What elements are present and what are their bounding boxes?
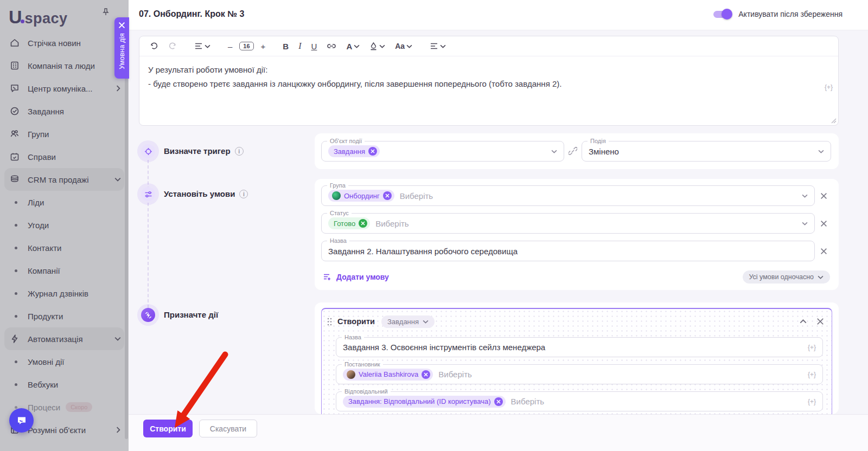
condition-row-name: Назва Завдання 2. Налаштування робочого …	[321, 241, 832, 261]
cancel-button[interactable]: Скасувати	[199, 420, 257, 437]
resize-handle[interactable]	[831, 118, 837, 124]
field-label: Назва	[327, 237, 349, 244]
remove-condition-button[interactable]	[815, 220, 832, 227]
tab-label: Умовна дія	[118, 33, 126, 69]
group-chip[interactable]: Онбординг	[328, 190, 394, 202]
event-object-chip[interactable]: Завдання	[328, 145, 380, 157]
line-height-icon[interactable]	[192, 41, 213, 51]
event-object-select[interactable]: Об'єкт події Завдання	[321, 141, 564, 162]
info-icon[interactable]: i	[235, 147, 244, 156]
main-panel: 07. Онбординг. Крок № 3 Активувати після…	[129, 0, 868, 451]
editor-line: - буде створено третє завдання із ланцюж…	[148, 77, 816, 91]
actions-card: Створити Завдання Назва Завдання 3. Осво…	[315, 302, 839, 414]
responsible-chip[interactable]: Завдання: Відповідальний (ID користувача…	[343, 396, 506, 408]
insert-variable-button[interactable]: {+}	[808, 371, 816, 378]
insert-variable-button[interactable]: {+}	[808, 398, 816, 405]
action-entity-select[interactable]: Завдання	[381, 315, 435, 328]
chip-remove-icon[interactable]	[383, 191, 392, 200]
field-label: Об'єкт події	[327, 138, 365, 145]
description-editor: – 16 + B I U A Aa У результаті роботи ум…	[139, 36, 839, 126]
dropdown-arrow-icon	[802, 194, 808, 198]
field-label: Постановник	[342, 361, 383, 368]
conditions-step-title: Установіть умовиi	[164, 189, 248, 198]
field-label: Статус	[327, 210, 352, 217]
field-placeholder: Виберіть	[400, 191, 433, 201]
author-select[interactable]: Постановник Valeriia Bashkirova Виберіть…	[336, 364, 823, 384]
status-chip[interactable]: Готово	[328, 217, 370, 229]
activate-toggle-label: Активувати після збереження	[738, 10, 843, 18]
chip-remove-icon[interactable]	[494, 397, 503, 406]
event-select[interactable]: Подія Змінено	[582, 141, 831, 162]
field-label: Назва	[342, 334, 364, 341]
chat-widget-button[interactable]	[9, 408, 34, 433]
bold-button[interactable]: B	[280, 40, 291, 53]
actions-step-title: Призначте дії	[164, 310, 218, 319]
field-label: Подія	[588, 138, 609, 145]
condition-row-status: Статус Готово Виберіть	[321, 213, 832, 234]
text-style-button[interactable]: Aa	[392, 40, 415, 52]
field-placeholder: Виберіть	[375, 219, 409, 228]
editor-line: У результаті роботи умовної дії:	[148, 63, 816, 77]
chip-remove-icon[interactable]	[422, 370, 430, 379]
create-button[interactable]: Створити	[143, 420, 193, 437]
insert-variable-button[interactable]: {+}	[808, 344, 816, 351]
undo-icon[interactable]	[147, 40, 161, 52]
font-size-decrease-icon[interactable]: –	[225, 40, 235, 53]
conditional-action-tab[interactable]: Умовна дія	[114, 17, 129, 79]
chip-remove-icon[interactable]	[368, 147, 377, 156]
dropdown-arrow-icon	[802, 222, 808, 226]
text-color-button[interactable]: A	[343, 40, 362, 53]
page-title: 07. Онбординг. Крок № 3	[139, 9, 244, 19]
name-input[interactable]: Назва Завдання 2. Налаштування робочого …	[321, 241, 815, 261]
dropdown-arrow-icon	[551, 150, 557, 153]
action-name-input[interactable]: Назва Завдання 3. Освоєння інструментів …	[336, 337, 823, 357]
sidebar-overlay	[0, 0, 129, 451]
font-size-value[interactable]: 16	[239, 42, 253, 50]
field-placeholder: Виберіть	[511, 397, 545, 406]
panel-footer: Створити Скасувати	[129, 414, 868, 451]
condition-row-group: Група Онбординг Виберіть	[321, 185, 832, 206]
underline-button[interactable]: U	[309, 40, 320, 53]
insert-variable-button[interactable]: {+}	[825, 80, 833, 94]
editor-toolbar: – 16 + B I U A Aa	[139, 36, 838, 56]
align-button[interactable]	[427, 41, 449, 51]
redo-icon[interactable]	[165, 40, 180, 52]
trigger-step-title: Визначте тригерi	[164, 146, 244, 156]
add-condition-button[interactable]: Додати умову	[323, 273, 389, 281]
link-fields-icon	[569, 147, 577, 156]
field-label: Група	[327, 182, 348, 189]
conditions-step-icon	[141, 187, 155, 201]
toggle-knob[interactable]	[722, 9, 732, 20]
remove-condition-button[interactable]	[815, 192, 832, 199]
user-avatar	[347, 370, 355, 379]
conditions-card: Група Онбординг Виберіть Статус Готово	[315, 179, 839, 290]
close-icon[interactable]	[816, 318, 824, 325]
chip-remove-icon[interactable]	[359, 219, 367, 228]
collapse-icon[interactable]	[800, 319, 807, 324]
link-icon[interactable]	[324, 41, 339, 51]
trigger-card: Об'єкт події Завдання Подія Змінено	[315, 133, 839, 169]
action-name-value: Завдання 3. Освоєння інструментів сейлз …	[343, 343, 545, 352]
activate-toggle[interactable]	[713, 11, 731, 18]
actions-step-icon	[141, 308, 155, 322]
editor-content[interactable]: У результаті роботи умовної дії: - буде …	[139, 56, 838, 91]
highlight-color-button[interactable]	[367, 40, 388, 52]
close-icon[interactable]	[118, 22, 125, 29]
conditions-mode-select[interactable]: Усі умови одночасно	[743, 270, 830, 284]
dropdown-arrow-icon	[818, 150, 824, 153]
action-item-card: Створити Завдання Назва Завдання 3. Осво…	[321, 308, 832, 414]
italic-button[interactable]: I	[296, 40, 304, 53]
event-value: Змінено	[589, 147, 619, 156]
drag-handle-icon[interactable]	[327, 318, 332, 326]
name-value: Завдання 2. Налаштування робочого середо…	[328, 247, 518, 256]
panel-header: 07. Онбординг. Крок № 3 Активувати після…	[129, 0, 868, 30]
steps-connector	[148, 160, 149, 308]
trigger-step-icon	[141, 144, 155, 158]
group-select[interactable]: Група Онбординг Виберіть	[321, 185, 815, 206]
responsible-select[interactable]: Відповідальний Завдання: Відповідальний …	[336, 391, 823, 411]
status-select[interactable]: Статус Готово Виберіть	[321, 213, 815, 234]
author-chip[interactable]: Valeriia Bashkirova	[343, 369, 433, 381]
font-size-increase-icon[interactable]: +	[258, 40, 269, 53]
remove-condition-button[interactable]	[815, 248, 832, 255]
info-icon[interactable]: i	[239, 190, 248, 198]
